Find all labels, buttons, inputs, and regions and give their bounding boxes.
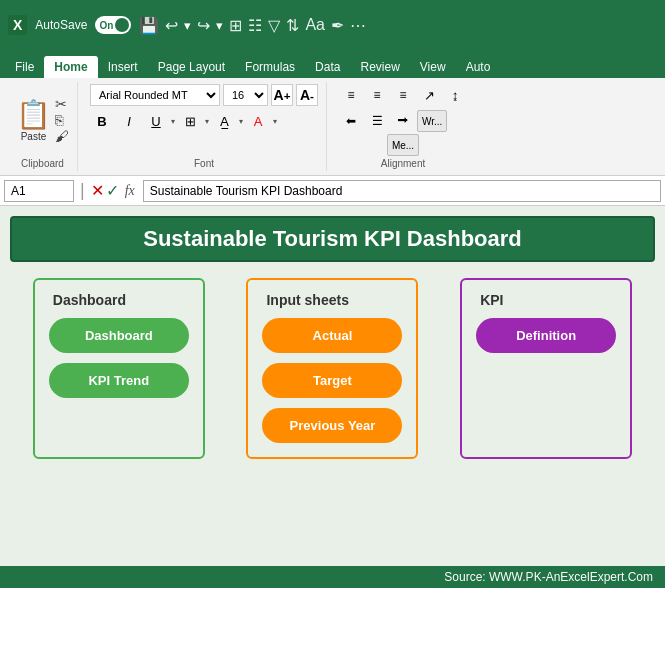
filter-icon[interactable]: ▽ [268, 16, 280, 35]
font-label: Font [194, 156, 214, 169]
decrease-font-button[interactable]: A- [296, 84, 318, 106]
autosave-toggle[interactable]: On [95, 16, 131, 34]
merge-row: Me... [387, 134, 419, 156]
kpi-trend-button[interactable]: KPI Trend [49, 363, 189, 398]
save-icon[interactable]: 💾 [139, 16, 159, 35]
target-button[interactable]: Target [262, 363, 402, 398]
excel-toolbar: X AutoSave On 💾 ↩ ▾ ↪ ▾ ⊞ ☷ ▽ ⇅ Aa ✒ ⋯ [0, 0, 665, 50]
tab-home[interactable]: Home [44, 56, 97, 78]
fill-dropdown-icon[interactable]: ▾ [239, 117, 243, 126]
underline-button[interactable]: U [144, 110, 168, 132]
redo-icon[interactable]: ↪ [197, 16, 210, 35]
cell-reference-box[interactable]: A1 [4, 180, 74, 202]
tab-view[interactable]: View [410, 56, 456, 78]
sort-icon[interactable]: ⇅ [286, 16, 299, 35]
paste-button[interactable]: 📋 Paste [16, 98, 51, 142]
ribbon-content: 📋 Paste ✂ ⎘ 🖌 Clipboard Arial Rounded MT… [0, 78, 665, 176]
excel-logo: X [8, 15, 27, 35]
previous-year-button[interactable]: Previous Year [262, 408, 402, 443]
tab-auto[interactable]: Auto [456, 56, 501, 78]
paste-label: Paste [21, 131, 47, 142]
shapes-icon[interactable]: ☷ [248, 16, 262, 35]
source-bar: Source: WWW.PK-AnExcelExpert.Com [0, 566, 665, 588]
formula-separator: | [78, 180, 87, 201]
input-sheets-section: Input sheets Actual Target Previous Year [246, 278, 418, 459]
italic-button[interactable]: I [117, 110, 141, 132]
undo-dropdown-icon[interactable]: ▾ [184, 18, 191, 33]
formula-confirm-icon[interactable]: ✓ [106, 181, 119, 200]
toggle-knob [115, 18, 129, 32]
tab-review[interactable]: Review [350, 56, 409, 78]
formula-actions: ✕ ✓ fx [91, 181, 139, 200]
source-text: Source: WWW.PK-AnExcelExpert.Com [444, 570, 653, 584]
ribbon-group-alignment: ≡ ≡ ≡ ↗ ↨ ⬅ ☰ ⮕ Wr... Me... Alignment [331, 82, 475, 171]
dashboard-sections: Dashboard Dashboard KPI Trend Input shee… [10, 278, 655, 459]
actual-button[interactable]: Actual [262, 318, 402, 353]
align-top-left-button[interactable]: ≡ [339, 84, 363, 106]
paste-icon: 📋 [16, 98, 51, 131]
merge-button[interactable]: Me... [387, 134, 419, 156]
more-icon[interactable]: ⋯ [350, 16, 366, 35]
formula-cancel-icon[interactable]: ✕ [91, 181, 104, 200]
format-painter-ribbon-icon[interactable]: 🖌 [55, 129, 69, 143]
bold-button[interactable]: B [90, 110, 114, 132]
tab-insert[interactable]: Insert [98, 56, 148, 78]
dashboard-title: Sustainable Tourism KPI Dashboard [143, 226, 522, 251]
clipboard-label: Clipboard [21, 156, 64, 169]
tab-file[interactable]: File [5, 56, 44, 78]
underline-dropdown-icon[interactable]: ▾ [171, 117, 175, 126]
align-top-center-button[interactable]: ≡ [365, 84, 389, 106]
copy-icon[interactable]: ⎘ [55, 113, 69, 127]
dashboard-area: Sustainable Tourism KPI Dashboard Dashbo… [0, 206, 665, 566]
formula-bar: A1 | ✕ ✓ fx [0, 176, 665, 206]
definition-button[interactable]: Definition [476, 318, 616, 353]
kpi-section-title: KPI [480, 292, 503, 308]
align-top-right-button[interactable]: ≡ [391, 84, 415, 106]
redo-dropdown-icon[interactable]: ▾ [216, 18, 223, 33]
dashboard-title-bar: Sustainable Tourism KPI Dashboard [10, 216, 655, 262]
alignment-label: Alignment [381, 156, 425, 169]
undo-icon[interactable]: ↩ [165, 16, 178, 35]
insert-function-icon[interactable]: fx [121, 183, 139, 199]
indent-icon[interactable]: ↨ [443, 84, 467, 106]
abc-icon[interactable]: Aa [305, 16, 325, 34]
dashboard-button[interactable]: Dashboard [49, 318, 189, 353]
wrap-text-button[interactable]: Wr... [417, 110, 447, 132]
tab-formulas[interactable]: Formulas [235, 56, 305, 78]
text-direction-icon[interactable]: ↗ [417, 84, 441, 106]
cut-icon[interactable]: ✂ [55, 97, 69, 111]
align-top-row: ≡ ≡ ≡ ↗ ↨ [339, 84, 467, 106]
quick-access-toolbar: 💾 ↩ ▾ ↪ ▾ ⊞ ☷ ▽ ⇅ Aa ✒ ⋯ [139, 16, 366, 35]
table-icon[interactable]: ⊞ [229, 16, 242, 35]
align-left-button[interactable]: ⬅ [339, 110, 363, 132]
align-center-button[interactable]: ☰ [365, 110, 389, 132]
font-name-row: Arial Rounded MT 16 A+ A- [90, 84, 318, 106]
input-sheets-section-title: Input sheets [266, 292, 348, 308]
borders-dropdown-icon[interactable]: ▾ [205, 117, 209, 126]
tab-data[interactable]: Data [305, 56, 350, 78]
align-bottom-row: ⬅ ☰ ⮕ Wr... [339, 110, 447, 132]
dashboard-section: Dashboard Dashboard KPI Trend [33, 278, 205, 459]
format-painter-icon[interactable]: ✒ [331, 16, 344, 35]
ribbon-group-clipboard: 📋 Paste ✂ ⎘ 🖌 Clipboard [8, 82, 78, 171]
font-group-content: Arial Rounded MT 16 A+ A- B I U ▾ ⊞ ▾ A̲… [90, 84, 318, 156]
formula-input[interactable] [143, 180, 661, 202]
borders-button[interactable]: ⊞ [178, 110, 202, 132]
clipboard-group-content: 📋 Paste ✂ ⎘ 🖌 [16, 84, 69, 156]
toggle-on-text: On [99, 20, 113, 31]
fill-color-button[interactable]: A̲ [212, 110, 236, 132]
tab-page-layout[interactable]: Page Layout [148, 56, 235, 78]
font-color-dropdown-icon[interactable]: ▾ [273, 117, 277, 126]
font-name-select[interactable]: Arial Rounded MT [90, 84, 220, 106]
ribbon-group-font: Arial Rounded MT 16 A+ A- B I U ▾ ⊞ ▾ A̲… [82, 82, 327, 171]
ribbon-tabs: File Home Insert Page Layout Formulas Da… [0, 50, 665, 78]
font-color-button[interactable]: A [246, 110, 270, 132]
autosave-label: AutoSave [35, 18, 87, 32]
alignment-group-content: ≡ ≡ ≡ ↗ ↨ ⬅ ☰ ⮕ Wr... [339, 84, 467, 132]
align-right-button[interactable]: ⮕ [391, 110, 415, 132]
font-size-select[interactable]: 16 [223, 84, 268, 106]
increase-font-button[interactable]: A+ [271, 84, 293, 106]
kpi-section: KPI Definition [460, 278, 632, 459]
font-format-row: B I U ▾ ⊞ ▾ A̲ ▾ A ▾ [90, 110, 277, 132]
dashboard-section-title: Dashboard [53, 292, 126, 308]
